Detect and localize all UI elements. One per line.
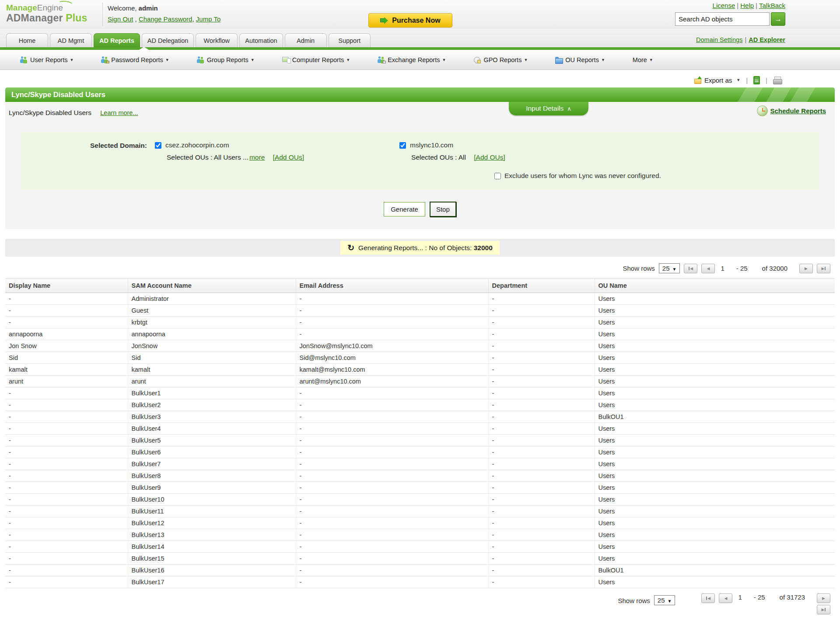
input-details-toggle[interactable]: Input Details∧ xyxy=(509,102,588,115)
purchase-now-button[interactable]: Purchase Now xyxy=(368,13,452,28)
learn-more-link[interactable]: Learn more... xyxy=(100,109,138,116)
table-cell: - xyxy=(5,529,128,541)
tab-admin[interactable]: Admin xyxy=(285,33,327,47)
schedule-reports-link[interactable]: Schedule Reports xyxy=(757,105,826,116)
table-cell: Users xyxy=(595,317,835,328)
table-cell: - xyxy=(488,541,595,553)
table-cell: BulkUser8 xyxy=(128,470,296,482)
status-message: Generating Reports... : No of Objects: xyxy=(358,244,472,251)
domain2-name: mslync10.com xyxy=(410,141,453,149)
domain2-ous-text: Selected OUs : All xyxy=(411,154,466,161)
table-cell: Users xyxy=(595,376,835,387)
pagination-top: Show rows 25▼ ◀ ◀ 1 - 25 of 32000 ▶ ▶ xyxy=(0,257,840,277)
ad-explorer-link[interactable]: AD Explorer xyxy=(749,36,785,43)
menu-label: Computer Reports xyxy=(292,56,344,63)
table-cell: Sid@mslync10.com xyxy=(296,352,488,364)
first-page-button[interactable]: ◀ xyxy=(684,264,697,273)
table-row: -BulkUser7--Users xyxy=(5,458,835,470)
domain-item-2: mslync10.com Selected OUs : All [Add OUs… xyxy=(399,141,505,161)
sign-out-link[interactable]: Sign Out xyxy=(108,15,133,23)
menu-user-reports[interactable]: User Reports▼ xyxy=(20,56,74,63)
next-page-button[interactable]: ▶ xyxy=(817,593,830,603)
table-cell: - xyxy=(488,494,595,506)
menu-computer-reports[interactable]: Computer Reports▼ xyxy=(282,56,350,63)
domain-settings-link[interactable]: Domain Settings xyxy=(696,36,742,43)
table-row: -BulkUser17--Users xyxy=(5,576,835,588)
tab-automation[interactable]: Automation xyxy=(239,33,283,47)
talkback-link[interactable]: TalkBack xyxy=(759,2,785,9)
report-title-bar: Lync/Skype Disabled Users xyxy=(5,87,835,102)
table-cell: - xyxy=(296,411,488,423)
link-separator: | xyxy=(756,2,757,9)
table-cell: BulkUser17 xyxy=(128,576,296,588)
table-row: kamaltkamaltkamalt@mslync10.com-Users xyxy=(5,364,835,376)
domain1-more-link[interactable]: more xyxy=(249,154,265,161)
stop-button[interactable]: Stop xyxy=(430,202,456,217)
first-page-button[interactable]: ◀ xyxy=(701,593,715,603)
rows-per-page-select[interactable]: 25▼ xyxy=(654,595,676,605)
tab-workflow[interactable]: Workflow xyxy=(196,33,238,47)
table-cell: - xyxy=(5,387,128,399)
printer-icon[interactable] xyxy=(773,77,782,84)
domain1-add-ous-link[interactable]: [Add OUs] xyxy=(273,154,304,161)
column-display-name[interactable]: Display Name xyxy=(5,279,128,293)
menu-gpo-reports[interactable]: GPO Reports▼ xyxy=(473,56,528,63)
table-cell: - xyxy=(296,553,488,565)
table-cell: - xyxy=(5,517,128,529)
column-department[interactable]: Department xyxy=(488,279,595,293)
license-link[interactable]: License xyxy=(713,2,735,9)
change-password-link[interactable]: Change Password xyxy=(139,15,192,23)
menu-more[interactable]: More▼ xyxy=(633,56,653,63)
report-document-icon[interactable] xyxy=(753,76,760,84)
table-cell: Guest xyxy=(128,305,296,317)
rows-per-page-select[interactable]: 25▼ xyxy=(659,263,680,273)
schedule-reports-label: Schedule Reports xyxy=(770,107,826,115)
menu-password-reports[interactable]: Password Reports▼ xyxy=(101,56,169,63)
table-cell: - xyxy=(296,494,488,506)
search-input[interactable] xyxy=(675,12,770,26)
chevron-down-icon: ▼ xyxy=(668,599,672,604)
tab-ad-delegation[interactable]: AD Delegation xyxy=(142,33,194,47)
gpo-reports-icon xyxy=(473,56,482,63)
table-row: -BulkUser13--Users xyxy=(5,529,835,541)
column-sam-account-name[interactable]: SAM Account Name xyxy=(128,279,296,293)
last-page-button[interactable]: ▶ xyxy=(817,264,830,273)
tab-support[interactable]: Support xyxy=(329,33,371,47)
exclude-lync-checkbox[interactable] xyxy=(494,173,501,179)
user-reports-icon xyxy=(20,56,28,63)
table-cell: Sid xyxy=(5,352,128,364)
previous-page-button[interactable]: ◀ xyxy=(701,264,715,273)
menu-label: Exchange Reports xyxy=(388,56,440,63)
table-cell: - xyxy=(296,517,488,529)
table-cell: - xyxy=(488,529,595,541)
domain2-checkbox[interactable] xyxy=(399,142,406,149)
column-email-address[interactable]: Email Address xyxy=(296,279,488,293)
tab-home[interactable]: Home xyxy=(6,33,48,47)
table-cell: - xyxy=(296,305,488,317)
next-page-button[interactable]: ▶ xyxy=(799,264,813,273)
search-go-button[interactable]: → xyxy=(771,12,785,26)
domain2-add-ous-link[interactable]: [Add OUs] xyxy=(474,154,505,161)
table-cell: - xyxy=(5,506,128,517)
jump-to-link[interactable]: Jump To xyxy=(196,15,220,23)
table-cell: - xyxy=(488,293,595,305)
table-cell: - xyxy=(488,517,595,529)
last-page-button[interactable]: ▶ xyxy=(817,605,830,614)
generate-button[interactable]: Generate xyxy=(384,202,425,216)
table-cell: Users xyxy=(595,399,835,411)
column-ou-name[interactable]: OU Name xyxy=(595,279,835,293)
menu-ou-reports[interactable]: OU Reports▼ xyxy=(555,56,605,63)
tab-ad-reports[interactable]: AD Reports xyxy=(94,33,140,47)
help-link[interactable]: Help xyxy=(740,2,754,9)
table-cell: Administrator xyxy=(128,293,296,305)
table-cell: - xyxy=(5,411,128,423)
pagination-bottom: Show rows 25▼ ◀ ◀ 1 - 25 of 31723 ▶ ▶ xyxy=(0,588,840,614)
export-folder-icon xyxy=(694,77,702,84)
tab-ad-mgmt[interactable]: AD Mgmt xyxy=(50,33,92,47)
export-as-button[interactable]: Export as ▼ xyxy=(694,77,740,84)
table-cell: - xyxy=(5,482,128,494)
previous-page-button[interactable]: ◀ xyxy=(719,593,732,603)
domain1-checkbox[interactable] xyxy=(155,142,161,149)
menu-exchange-reports[interactable]: Exchange Reports▼ xyxy=(378,56,446,63)
menu-group-reports[interactable]: Group Reports▼ xyxy=(197,56,255,63)
